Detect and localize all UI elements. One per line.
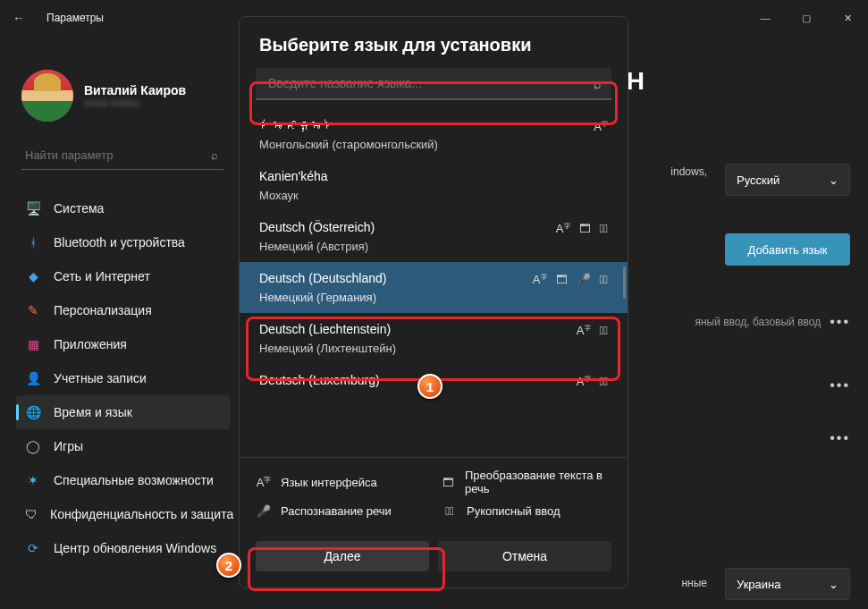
language-feature-icons: A字✎⃞ — [577, 375, 608, 388]
maximize-button[interactable]: ▢ — [786, 0, 827, 36]
display-lang-icon: A字 — [256, 475, 272, 489]
sidebar-item-label: Игры — [54, 439, 83, 453]
sidebar-item-label: Сеть и Интернет — [54, 269, 150, 283]
sidebar-item-6[interactable]: 🌐Время и язык — [16, 395, 231, 429]
sidebar-item-7[interactable]: ◯Игры — [16, 429, 231, 463]
language-feature-icons: A字✎⃞ — [577, 324, 608, 337]
dropdown-value: Русский — [737, 173, 780, 187]
language-local: Немецкий (Германия) — [259, 291, 386, 304]
profile-name: Виталий Каиров — [84, 83, 186, 97]
language-item[interactable]: Deutsch (Deutschland)Немецкий (Германия)… — [240, 262, 628, 313]
sidebar-item-8[interactable]: ✶Специальные возможности — [16, 463, 231, 497]
mic-icon: 🎤 — [256, 504, 272, 518]
language-local: Немецкий (Австрия) — [259, 240, 375, 253]
profile-email: email hidden — [84, 97, 186, 108]
sidebar-icon: ⟳ — [25, 540, 41, 556]
window-title: Параметры — [46, 12, 104, 24]
chevron-down-icon: ⌄ — [829, 173, 839, 187]
minimize-button[interactable]: ― — [745, 0, 786, 36]
more-icon[interactable]: ••• — [830, 314, 850, 330]
sidebar-item-0[interactable]: 🖥️Система — [16, 191, 231, 225]
pen-icon: ✎⃞ — [442, 504, 458, 518]
language-item[interactable]: Kanien'kéhaМохаук — [240, 160, 628, 211]
sidebar-item-10[interactable]: ⟳Центр обновления Windows — [16, 531, 231, 565]
sidebar-item-3[interactable]: ✎Персонализация — [16, 293, 231, 327]
language-search-input[interactable] — [256, 68, 611, 100]
back-icon[interactable]: ← — [13, 11, 30, 25]
close-button[interactable]: ✕ — [827, 0, 868, 36]
choose-language-dialog: Выберите язык для установки ⌕ ᠮᠣᠩᠭᠣᠯМонг… — [239, 16, 628, 588]
sidebar-icon: 🛡 — [25, 506, 38, 522]
tts-icon: 🗔 — [442, 476, 456, 489]
more-icon[interactable]: ••• — [830, 377, 850, 393]
sidebar-icon: ◆ — [25, 268, 41, 284]
language-list[interactable]: ᠮᠣᠩᠭᠣᠯМонгольский (старомонгольский)A字Ka… — [240, 109, 628, 457]
language-feature-icons: A字🗔🎤✎⃞ — [533, 273, 608, 286]
sidebar-icon: 🌐 — [25, 404, 41, 420]
sidebar-item-label: Bluetooth и устройства — [54, 235, 185, 250]
scrollbar-thumb[interactable] — [623, 266, 626, 299]
language-local: Немецкий (Лихтенштейн) — [259, 342, 396, 355]
sidebar-item-label: Система — [54, 201, 104, 216]
language-item[interactable]: Deutsch (Liechtenstein)Немецкий (Лихтенш… — [240, 313, 628, 364]
search-icon: ⌕ — [211, 148, 218, 162]
sidebar-item-9[interactable]: 🛡Конфиденциальность и защита — [16, 497, 231, 531]
sidebar-item-label: Специальные возможности — [54, 473, 214, 487]
sidebar-icon: 🖥️ — [25, 200, 41, 216]
sidebar-item-label: Персонализация — [54, 303, 152, 317]
language-native: Deutsch (Deutschland) — [259, 271, 386, 285]
profile-block[interactable]: Виталий Каиров email hidden — [21, 70, 186, 122]
language-feature-icons: A字 — [594, 120, 608, 133]
chevron-down-icon: ⌄ — [829, 578, 839, 591]
language-local: Мохаук — [259, 189, 328, 202]
body-text: indows, — [670, 165, 707, 178]
sidebar-item-label: Конфиденциальность и защита — [50, 507, 233, 521]
avatar — [21, 70, 73, 122]
region-dropdown[interactable]: Украина ⌄ — [725, 568, 850, 600]
callout-1: 1 — [417, 374, 442, 399]
sidebar-item-label: Центр обновления Windows — [54, 541, 216, 555]
legend: A字Язык интерфейса 🗔Преобразование текста… — [240, 457, 628, 529]
language-native: Deutsch (Liechtenstein) — [259, 322, 396, 336]
sidebar-icon: ᚼ — [25, 234, 41, 250]
sidebar-item-label: Время и язык — [54, 405, 132, 419]
dropdown-value: Украина — [737, 578, 781, 591]
sidebar-item-5[interactable]: 👤Учетные записи — [16, 361, 231, 395]
language-item[interactable]: ᠮᠣᠩᠭᠣᠯМонгольский (старомонгольский)A字 — [240, 109, 628, 160]
dialog-title: Выберите язык для установки — [240, 17, 628, 68]
more-icon[interactable]: ••• — [830, 430, 850, 446]
display-language-dropdown[interactable]: Русский ⌄ — [725, 164, 850, 196]
sidebar-icon: 👤 — [25, 370, 41, 386]
language-feature-icons: A字🗔✎⃞ — [556, 222, 608, 235]
language-item[interactable]: Deutsch (Österreich)Немецкий (Австрия)A字… — [240, 211, 628, 262]
callout-2: 2 — [216, 553, 241, 578]
language-native: Deutsch (Luxemburg) — [259, 373, 380, 387]
sidebar-icon: ✎ — [25, 302, 41, 318]
language-tags: яный ввод, базовый ввод ••• — [695, 314, 850, 330]
sidebar-item-1[interactable]: ᚼBluetooth и устройства — [16, 225, 231, 259]
add-language-button[interactable]: Добавить язык — [725, 233, 850, 266]
language-native: Deutsch (Österreich) — [259, 220, 375, 234]
sidebar-icon: ◯ — [25, 438, 41, 454]
next-button[interactable]: Далее — [256, 541, 429, 571]
cancel-button[interactable]: Отмена — [438, 541, 611, 571]
sidebar-item-4[interactable]: ▦Приложения — [16, 327, 231, 361]
search-icon: ⌕ — [594, 77, 601, 91]
sidebar-item-label: Учетные записи — [54, 371, 147, 385]
sidebar-item-2[interactable]: ◆Сеть и Интернет — [16, 259, 231, 293]
sidebar-icon: ✶ — [25, 472, 41, 488]
language-native: ᠮᠣᠩᠭᠣᠯ — [259, 118, 438, 132]
sidebar-item-label: Приложения — [54, 337, 127, 351]
sidebar-icon: ▦ — [25, 336, 41, 352]
body-text: нные — [681, 577, 707, 589]
language-native: Kanien'kéha — [259, 169, 328, 183]
sidebar-search-input[interactable] — [21, 141, 223, 170]
sidebar: 🖥️СистемаᚼBluetooth и устройства◆Сеть и … — [16, 191, 231, 565]
language-local: Монгольский (старомонгольский) — [259, 138, 438, 151]
